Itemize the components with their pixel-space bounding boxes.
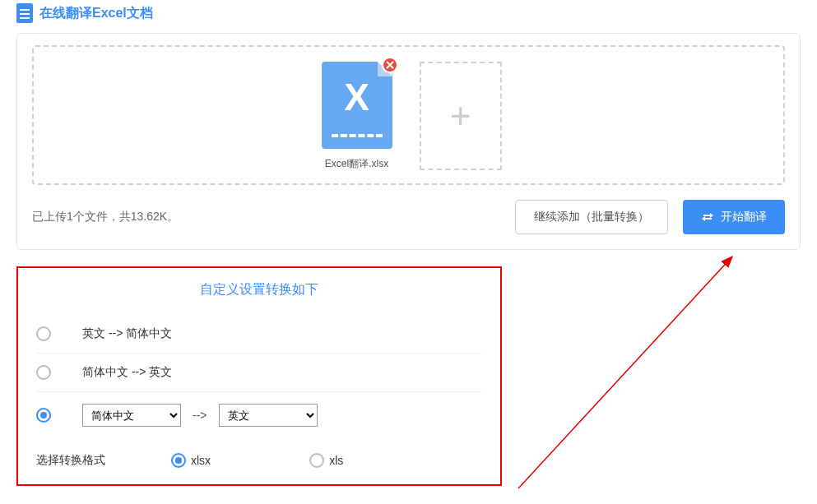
page-title: 在线翻译Excel文档 (39, 5, 153, 22)
excel-file-icon: X (322, 62, 392, 149)
format-row: 选择转换格式 xlsx xls (36, 438, 482, 468)
annotation-arrow (502, 242, 765, 504)
settings-heading: 自定义设置转换如下 (36, 281, 482, 298)
swap-icon (701, 210, 714, 224)
actions-row: 已上传1个文件，共13.62K。 继续添加（批量转换） 开始翻译 (32, 200, 785, 234)
to-language-select[interactable]: 英文 (219, 404, 318, 427)
format-option-xlsx[interactable]: xlsx (171, 453, 211, 468)
add-more-button[interactable]: 继续添加（批量转换） (515, 200, 668, 234)
radio-xls[interactable] (309, 453, 324, 468)
file-name: Excel翻译.xlsx (316, 157, 398, 171)
radio-custom[interactable] (36, 408, 51, 423)
remove-file-button[interactable] (382, 57, 398, 73)
drop-zone[interactable]: X Excel翻译.xlsx + (32, 45, 785, 185)
plus-icon: + (450, 98, 471, 134)
radio-zh-to-en[interactable] (36, 365, 51, 380)
radio-xlsx[interactable] (171, 453, 186, 468)
page-title-row: 在线翻译Excel文档 (16, 0, 801, 30)
start-translate-button[interactable]: 开始翻译 (683, 200, 785, 234)
upload-status: 已上传1个文件，共13.62K。 (32, 210, 515, 224)
close-icon (386, 61, 394, 69)
add-file-tile[interactable]: + (420, 62, 502, 170)
arrow-text: --> (188, 409, 212, 422)
upload-card: X Excel翻译.xlsx + 已上传1个文件，共13.62K。 继续添加（批… (16, 33, 801, 250)
format-option-xls[interactable]: xls (309, 453, 343, 468)
radio-en-to-zh[interactable] (36, 326, 51, 341)
format-xls-label: xls (329, 454, 343, 467)
option-row-zh-to-en[interactable]: 简体中文 --> 英文 (36, 354, 482, 392)
settings-panel: 自定义设置转换如下 英文 --> 简体中文 简体中文 --> 英文 简体中文 -… (16, 266, 502, 486)
svg-line-3 (518, 257, 732, 488)
option-row-en-to-zh[interactable]: 英文 --> 简体中文 (36, 315, 482, 354)
option-label: 英文 --> 简体中文 (82, 326, 172, 341)
file-item: X Excel翻译.xlsx (316, 62, 398, 171)
start-translate-label: 开始翻译 (721, 210, 767, 224)
document-icon (16, 3, 33, 23)
option-row-custom[interactable]: 简体中文 --> 英文 (36, 392, 482, 438)
from-language-select[interactable]: 简体中文 (82, 404, 181, 427)
add-more-label: 继续添加（批量转换） (534, 210, 649, 224)
option-label: 简体中文 --> 英文 (82, 365, 172, 380)
format-label: 选择转换格式 (36, 453, 105, 468)
format-xlsx-label: xlsx (191, 454, 211, 467)
